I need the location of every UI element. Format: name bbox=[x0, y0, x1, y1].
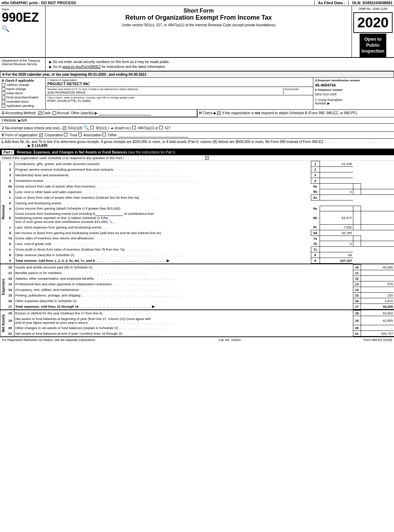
net-assets-label: Net Assets bbox=[0, 310, 6, 336]
table-row: 1 Contributions, gifts, grants, and simi… bbox=[6, 161, 394, 167]
employer-value: 45-4004744 bbox=[315, 82, 392, 88]
part1-schedule-o-checkbox[interactable] bbox=[205, 156, 209, 160]
part1-label: Part I bbox=[2, 150, 14, 155]
table-row: 2 Program service revenue including gove… bbox=[6, 167, 394, 172]
net-assets-table: 18 Excess or (deficit) for the year (Sub… bbox=[6, 310, 394, 336]
501c3-checkbox[interactable] bbox=[63, 127, 66, 130]
schedule-b-checkbox[interactable] bbox=[217, 111, 221, 115]
irs-info-section: Department of the Treasury Internal Reve… bbox=[0, 58, 394, 71]
name-checkbox[interactable] bbox=[2, 87, 5, 91]
form-year-section: OMB No. 1545-1150 2020 Open toPublicInsp… bbox=[352, 6, 394, 57]
phone-label: E Telephone number bbox=[315, 88, 392, 91]
table-row: 16 Other expenses (describe in Schedule … bbox=[6, 298, 394, 304]
table-row: a Gross income from gaming (attach Sched… bbox=[6, 206, 394, 211]
revenue-section: Revenue 1 Contributions, gifts, grants, … bbox=[0, 161, 394, 264]
city-value: PORT CHARLOTTE, FL 33981 bbox=[47, 99, 311, 103]
table-row: 4 Investment income . . . . . . . . . . … bbox=[6, 178, 394, 184]
omb-number: OMB No. 1545-1150 bbox=[358, 6, 389, 12]
section-k: K Form of organization: Corporation Trus… bbox=[0, 132, 394, 139]
revenue-table: 1 Contributions, gifts, grants, and simi… bbox=[6, 161, 394, 264]
section-h: H Check ▶ if the organization is not req… bbox=[197, 110, 394, 117]
section-g-label: G Accounting Method: bbox=[2, 111, 38, 115]
table-row: 18 Excess or (deficit) for the year (Sub… bbox=[6, 311, 394, 316]
org-address-row: Number and street (or P. O. box, if mail… bbox=[46, 87, 313, 95]
initial-checkbox[interactable] bbox=[2, 91, 5, 95]
section-i: I Website: ▶N/A bbox=[0, 117, 394, 124]
section-l: L Add lines 5b, 6c, and 7b to line 9 to … bbox=[0, 139, 394, 149]
cash-checkbox[interactable] bbox=[38, 111, 42, 115]
527-checkbox[interactable] bbox=[159, 126, 163, 129]
employer-label: D Employer identification number bbox=[315, 79, 392, 82]
table-row: d Net income or (loss) from gaming and f… bbox=[6, 230, 394, 236]
section-b-label: B Check if applicable: bbox=[2, 79, 44, 82]
top-bar-left: efile GRAPHIC print - DO NOT PROCESS bbox=[1, 1, 314, 5]
501c-checkbox[interactable] bbox=[90, 126, 94, 129]
room-label: Room/suite bbox=[285, 88, 311, 91]
table-row: 20 Other changes in net assets or fund b… bbox=[6, 325, 394, 331]
table-row: c Gain or (loss) from sale of assets oth… bbox=[6, 195, 394, 200]
part1-title: Revenue, Expenses, and Changes in Net As… bbox=[17, 150, 175, 154]
table-row: 21 Net assets or fund balances at end of… bbox=[6, 331, 394, 336]
pending-checkbox[interactable] bbox=[2, 104, 5, 108]
expenses-section: Expenses 10 Grants and similar amounts p… bbox=[0, 264, 394, 309]
check-applicable: B Check if applicable: Address change Na… bbox=[0, 78, 46, 109]
city-label: City or town, state or province, country… bbox=[47, 96, 311, 99]
org-name-row: C Name of organization PROJECT DETECT IN… bbox=[46, 78, 313, 87]
table-row: 17 Total expenses. Add lines 10 through … bbox=[6, 304, 394, 309]
section-gh: G Accounting Method: Cash Accrual Other … bbox=[0, 110, 394, 117]
section-a: A For the 2020 calendar year, or tax yea… bbox=[0, 71, 394, 78]
net-assets-section: Net Assets 18 Excess or (deficit) for th… bbox=[0, 309, 394, 336]
schedule-o-check-row: Check if the organization used Schedule … bbox=[0, 155, 394, 161]
table-row: c Gross profit or (loss) from sales of i… bbox=[6, 247, 394, 252]
dln-number: DLN: 93492243008681 bbox=[349, 1, 393, 5]
table-row: 14 Occupancy, rent, utilities, and maint… bbox=[6, 287, 394, 293]
footer-center: Cat. No. 10642I bbox=[219, 338, 241, 342]
amended-checkbox[interactable] bbox=[2, 100, 5, 103]
form-icon: 🔍 bbox=[2, 25, 9, 33]
open-inspection: Open toPublicInspection bbox=[360, 34, 386, 57]
bureau-name: Internal Revenue Service bbox=[2, 62, 44, 66]
footer: For Paperwork Reduction Act Notice, see … bbox=[0, 336, 394, 343]
section-j: J Tax-exempt status (check only one) - 5… bbox=[0, 124, 394, 132]
notice2: ▶ Go to www.irs.gov/Form990EZ for instru… bbox=[49, 65, 390, 69]
group-exemption: F Group ExemptionNumber ▶ bbox=[315, 97, 392, 106]
year-display: 2020 bbox=[353, 12, 393, 33]
4947-checkbox[interactable] bbox=[132, 126, 136, 129]
dept-name: Department of the Treasury bbox=[2, 59, 44, 62]
address-checkbox[interactable] bbox=[2, 83, 5, 87]
org-name-label: C Name of organization bbox=[47, 79, 311, 82]
table-row: 11 Benefits paid to or for members . . .… bbox=[6, 270, 394, 276]
section-g: G Accounting Method: Cash Accrual Other … bbox=[0, 110, 197, 117]
org-city-row: City or town, state or province, country… bbox=[46, 95, 313, 103]
other-checkbox[interactable] bbox=[102, 133, 106, 136]
employer-id-section: D Employer identification number 45-4004… bbox=[313, 78, 394, 109]
final-checkbox[interactable] bbox=[2, 96, 5, 99]
table-row: c Less: direct expenses from gaming and … bbox=[6, 224, 394, 230]
notice1: ▶ Do not enter social security numbers o… bbox=[49, 60, 390, 64]
expenses-table: 10 Grants and similar amounts paid (list… bbox=[6, 264, 394, 309]
table-row: 5a Gross amount from sale of assets othe… bbox=[6, 184, 394, 189]
corp-checkbox[interactable] bbox=[39, 134, 43, 137]
footer-left: For Paperwork Reduction Act Notice, see … bbox=[2, 338, 96, 342]
accrual-checkbox[interactable] bbox=[53, 111, 56, 115]
form-logo: Form 990EZ 🔍 bbox=[0, 6, 46, 57]
section-a-text: For the 2020 calendar year, or tax year … bbox=[6, 73, 147, 76]
table-row: 19 Net assets or fund balances at beginn… bbox=[6, 316, 394, 325]
address-value: 4250 RIVERWOOD DRIVE bbox=[47, 91, 283, 94]
table-row: b Less: cost of goods sold . . . . . . .… bbox=[6, 241, 394, 247]
table-row: 9 Total revenue. Add lines 1, 2, 3, 4, 5… bbox=[6, 258, 394, 264]
assoc-checkbox[interactable] bbox=[78, 133, 82, 136]
table-row: 12 Salaries, other compensation, and emp… bbox=[6, 276, 394, 281]
table-row: 15 Printing, publications, postage, and … bbox=[6, 293, 394, 298]
address-label: Number and street (or P. O. box, if mail… bbox=[47, 88, 283, 91]
table-row: 8 Other revenue (describe in Schedule O)… bbox=[6, 252, 394, 258]
form-number: 990EZ bbox=[2, 11, 39, 24]
form-title-area: Short Form Return of Organization Exempt… bbox=[46, 6, 352, 57]
check-name: Name change bbox=[2, 87, 44, 91]
table-row: 13 Professional fees and other payments … bbox=[6, 281, 394, 287]
part1-header: Part I Revenue, Expenses, and Changes in… bbox=[0, 149, 394, 155]
table-row: 6 Gaming and fundraising events bbox=[6, 200, 394, 206]
org-name-value: PROJECT DETECT INC bbox=[47, 82, 311, 86]
section-a-label: A bbox=[2, 73, 6, 76]
trust-checkbox[interactable] bbox=[64, 133, 67, 136]
